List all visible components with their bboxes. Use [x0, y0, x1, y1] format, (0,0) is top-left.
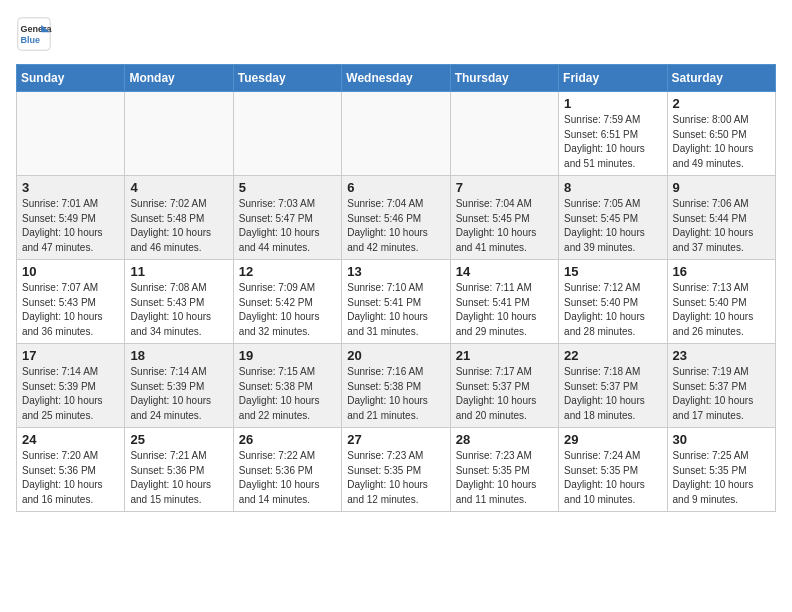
- day-info: Sunrise: 7:17 AM Sunset: 5:37 PM Dayligh…: [456, 365, 553, 423]
- calendar-cell: [125, 92, 233, 176]
- day-info: Sunrise: 7:22 AM Sunset: 5:36 PM Dayligh…: [239, 449, 336, 507]
- calendar-cell: 13Sunrise: 7:10 AM Sunset: 5:41 PM Dayli…: [342, 260, 450, 344]
- weekday-header-row: SundayMondayTuesdayWednesdayThursdayFrid…: [17, 65, 776, 92]
- svg-text:General: General: [21, 24, 53, 34]
- day-info: Sunrise: 7:15 AM Sunset: 5:38 PM Dayligh…: [239, 365, 336, 423]
- day-number: 25: [130, 432, 227, 447]
- day-number: 14: [456, 264, 553, 279]
- day-info: Sunrise: 7:59 AM Sunset: 6:51 PM Dayligh…: [564, 113, 661, 171]
- weekday-header-friday: Friday: [559, 65, 667, 92]
- day-number: 7: [456, 180, 553, 195]
- day-info: Sunrise: 7:23 AM Sunset: 5:35 PM Dayligh…: [347, 449, 444, 507]
- calendar-cell: 6Sunrise: 7:04 AM Sunset: 5:46 PM Daylig…: [342, 176, 450, 260]
- day-info: Sunrise: 8:00 AM Sunset: 6:50 PM Dayligh…: [673, 113, 770, 171]
- day-info: Sunrise: 7:18 AM Sunset: 5:37 PM Dayligh…: [564, 365, 661, 423]
- calendar-cell: 16Sunrise: 7:13 AM Sunset: 5:40 PM Dayli…: [667, 260, 775, 344]
- day-number: 27: [347, 432, 444, 447]
- day-info: Sunrise: 7:10 AM Sunset: 5:41 PM Dayligh…: [347, 281, 444, 339]
- day-info: Sunrise: 7:06 AM Sunset: 5:44 PM Dayligh…: [673, 197, 770, 255]
- day-info: Sunrise: 7:09 AM Sunset: 5:42 PM Dayligh…: [239, 281, 336, 339]
- calendar-cell: 27Sunrise: 7:23 AM Sunset: 5:35 PM Dayli…: [342, 428, 450, 512]
- day-info: Sunrise: 7:16 AM Sunset: 5:38 PM Dayligh…: [347, 365, 444, 423]
- calendar-cell: [233, 92, 341, 176]
- day-info: Sunrise: 7:08 AM Sunset: 5:43 PM Dayligh…: [130, 281, 227, 339]
- day-info: Sunrise: 7:13 AM Sunset: 5:40 PM Dayligh…: [673, 281, 770, 339]
- day-number: 18: [130, 348, 227, 363]
- day-number: 29: [564, 432, 661, 447]
- calendar-cell: 21Sunrise: 7:17 AM Sunset: 5:37 PM Dayli…: [450, 344, 558, 428]
- calendar-cell: 5Sunrise: 7:03 AM Sunset: 5:47 PM Daylig…: [233, 176, 341, 260]
- day-number: 1: [564, 96, 661, 111]
- calendar-cell: 8Sunrise: 7:05 AM Sunset: 5:45 PM Daylig…: [559, 176, 667, 260]
- day-number: 30: [673, 432, 770, 447]
- calendar-cell: 1Sunrise: 7:59 AM Sunset: 6:51 PM Daylig…: [559, 92, 667, 176]
- logo: General Blue: [16, 16, 52, 52]
- day-info: Sunrise: 7:04 AM Sunset: 5:45 PM Dayligh…: [456, 197, 553, 255]
- calendar-cell: 14Sunrise: 7:11 AM Sunset: 5:41 PM Dayli…: [450, 260, 558, 344]
- weekday-header-thursday: Thursday: [450, 65, 558, 92]
- page-header: General Blue: [16, 16, 776, 52]
- calendar-week-row: 17Sunrise: 7:14 AM Sunset: 5:39 PM Dayli…: [17, 344, 776, 428]
- calendar-cell: 25Sunrise: 7:21 AM Sunset: 5:36 PM Dayli…: [125, 428, 233, 512]
- calendar-table: SundayMondayTuesdayWednesdayThursdayFrid…: [16, 64, 776, 512]
- day-number: 3: [22, 180, 119, 195]
- day-number: 20: [347, 348, 444, 363]
- calendar-week-row: 3Sunrise: 7:01 AM Sunset: 5:49 PM Daylig…: [17, 176, 776, 260]
- day-info: Sunrise: 7:01 AM Sunset: 5:49 PM Dayligh…: [22, 197, 119, 255]
- calendar-cell: 11Sunrise: 7:08 AM Sunset: 5:43 PM Dayli…: [125, 260, 233, 344]
- day-info: Sunrise: 7:14 AM Sunset: 5:39 PM Dayligh…: [130, 365, 227, 423]
- day-number: 8: [564, 180, 661, 195]
- calendar-cell: 20Sunrise: 7:16 AM Sunset: 5:38 PM Dayli…: [342, 344, 450, 428]
- day-number: 11: [130, 264, 227, 279]
- weekday-header-monday: Monday: [125, 65, 233, 92]
- day-info: Sunrise: 7:03 AM Sunset: 5:47 PM Dayligh…: [239, 197, 336, 255]
- calendar-cell: 4Sunrise: 7:02 AM Sunset: 5:48 PM Daylig…: [125, 176, 233, 260]
- day-number: 19: [239, 348, 336, 363]
- day-info: Sunrise: 7:05 AM Sunset: 5:45 PM Dayligh…: [564, 197, 661, 255]
- calendar-cell: 29Sunrise: 7:24 AM Sunset: 5:35 PM Dayli…: [559, 428, 667, 512]
- calendar-cell: 10Sunrise: 7:07 AM Sunset: 5:43 PM Dayli…: [17, 260, 125, 344]
- day-number: 23: [673, 348, 770, 363]
- day-info: Sunrise: 7:07 AM Sunset: 5:43 PM Dayligh…: [22, 281, 119, 339]
- day-number: 10: [22, 264, 119, 279]
- calendar-cell: 19Sunrise: 7:15 AM Sunset: 5:38 PM Dayli…: [233, 344, 341, 428]
- calendar-cell: 22Sunrise: 7:18 AM Sunset: 5:37 PM Dayli…: [559, 344, 667, 428]
- weekday-header-wednesday: Wednesday: [342, 65, 450, 92]
- day-info: Sunrise: 7:02 AM Sunset: 5:48 PM Dayligh…: [130, 197, 227, 255]
- day-info: Sunrise: 7:19 AM Sunset: 5:37 PM Dayligh…: [673, 365, 770, 423]
- day-number: 4: [130, 180, 227, 195]
- calendar-week-row: 24Sunrise: 7:20 AM Sunset: 5:36 PM Dayli…: [17, 428, 776, 512]
- calendar-cell: 7Sunrise: 7:04 AM Sunset: 5:45 PM Daylig…: [450, 176, 558, 260]
- day-number: 12: [239, 264, 336, 279]
- logo-icon: General Blue: [16, 16, 52, 52]
- day-info: Sunrise: 7:25 AM Sunset: 5:35 PM Dayligh…: [673, 449, 770, 507]
- calendar-cell: [342, 92, 450, 176]
- day-number: 17: [22, 348, 119, 363]
- day-info: Sunrise: 7:21 AM Sunset: 5:36 PM Dayligh…: [130, 449, 227, 507]
- calendar-cell: 12Sunrise: 7:09 AM Sunset: 5:42 PM Dayli…: [233, 260, 341, 344]
- day-number: 2: [673, 96, 770, 111]
- day-number: 5: [239, 180, 336, 195]
- calendar-cell: 2Sunrise: 8:00 AM Sunset: 6:50 PM Daylig…: [667, 92, 775, 176]
- calendar-cell: 24Sunrise: 7:20 AM Sunset: 5:36 PM Dayli…: [17, 428, 125, 512]
- day-number: 6: [347, 180, 444, 195]
- day-number: 28: [456, 432, 553, 447]
- day-number: 16: [673, 264, 770, 279]
- day-number: 9: [673, 180, 770, 195]
- day-number: 26: [239, 432, 336, 447]
- calendar-cell: 17Sunrise: 7:14 AM Sunset: 5:39 PM Dayli…: [17, 344, 125, 428]
- weekday-header-sunday: Sunday: [17, 65, 125, 92]
- weekday-header-tuesday: Tuesday: [233, 65, 341, 92]
- calendar-cell: 26Sunrise: 7:22 AM Sunset: 5:36 PM Dayli…: [233, 428, 341, 512]
- day-info: Sunrise: 7:24 AM Sunset: 5:35 PM Dayligh…: [564, 449, 661, 507]
- calendar-cell: 18Sunrise: 7:14 AM Sunset: 5:39 PM Dayli…: [125, 344, 233, 428]
- day-number: 15: [564, 264, 661, 279]
- day-number: 24: [22, 432, 119, 447]
- day-number: 21: [456, 348, 553, 363]
- day-info: Sunrise: 7:14 AM Sunset: 5:39 PM Dayligh…: [22, 365, 119, 423]
- calendar-cell: [17, 92, 125, 176]
- day-info: Sunrise: 7:11 AM Sunset: 5:41 PM Dayligh…: [456, 281, 553, 339]
- calendar-cell: 9Sunrise: 7:06 AM Sunset: 5:44 PM Daylig…: [667, 176, 775, 260]
- calendar-cell: [450, 92, 558, 176]
- day-info: Sunrise: 7:12 AM Sunset: 5:40 PM Dayligh…: [564, 281, 661, 339]
